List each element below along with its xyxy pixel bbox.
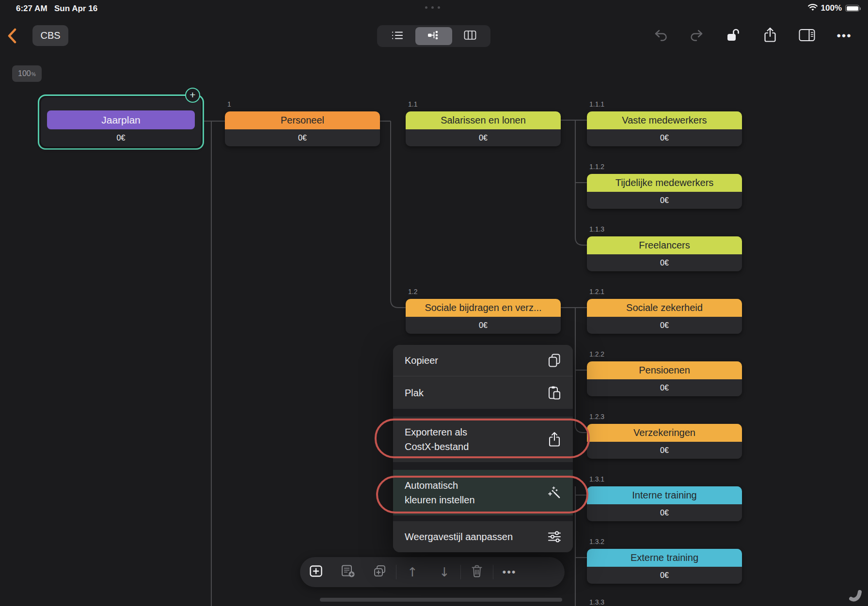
delete-button[interactable] (461, 564, 493, 580)
trash-icon (471, 564, 483, 580)
add-child-node-button[interactable]: + (185, 88, 200, 103)
node-number: 1.1.3 (589, 225, 604, 233)
bottom-toolbar: ↑ ↓ ••• (300, 557, 565, 587)
sliders-icon (547, 530, 562, 543)
node-interne-training[interactable]: 1.3.1 Interne training 0€ (587, 486, 742, 521)
node-number: 1.3.2 (589, 538, 604, 545)
node-number: 1.1.2 (589, 163, 604, 171)
node-number: 1.1 (408, 100, 417, 108)
menu-item-kopieer[interactable]: Kopieer (393, 345, 573, 376)
arrow-up-icon: ↑ (407, 565, 418, 579)
node-value: 0€ (406, 129, 561, 146)
add-node-button[interactable] (300, 564, 332, 580)
node-value: 0€ (587, 254, 742, 271)
copy-icon (547, 353, 562, 368)
node-verzekeringen[interactable]: 1.2.3 Verzekeringen 0€ (587, 424, 742, 459)
ellipsis-icon: ••• (502, 566, 516, 578)
node-number: 1.2.2 (589, 350, 604, 358)
toolbar-more-button[interactable]: ••• (493, 566, 525, 578)
node-number: 1.2.3 (589, 413, 604, 420)
node-sociale-bijdragen[interactable]: 1.2 Sociale bijdragen en verz... 0€ (406, 299, 561, 334)
node-value: 0€ (587, 317, 742, 334)
node-number: 1.3.1 (589, 475, 604, 483)
node-value: 0€ (587, 379, 742, 396)
node-value: 0€ (587, 567, 742, 584)
node-title-bar: Pensioenen (587, 361, 742, 379)
node-title-bar: Freelancers (587, 236, 742, 254)
horizontal-scrollbar[interactable] (320, 598, 562, 602)
menu-label: Plak (405, 386, 547, 400)
node-title-bar: Jaarplan (47, 110, 195, 129)
node-salarissen[interactable]: 1.1 Salarissen en lonen 0€ (406, 111, 561, 146)
menu-label: Kopieer (405, 353, 547, 368)
move-up-button[interactable]: ↑ (396, 565, 428, 579)
node-pensioenen[interactable]: 1.2.2 Pensioenen 0€ (587, 361, 742, 396)
node-title-bar: Salarissen en lonen (406, 111, 561, 129)
duplicate-add-icon (373, 564, 387, 580)
paste-icon (547, 386, 562, 400)
node-value: 0€ (406, 317, 561, 334)
arrow-down-icon: ↓ (439, 565, 450, 579)
node-title-bar: Personeel (225, 111, 380, 129)
menu-item-plak[interactable]: Plak (393, 376, 573, 409)
app-window: 6:27 AM Sun Apr 16 100% CBS (0, 0, 868, 606)
node-sociale-zekerheid[interactable]: 1.2.1 Sociale zekerheid 0€ (587, 299, 742, 334)
node-value: 0€ (587, 192, 742, 209)
node-title-bar: Vaste medewerkers (587, 111, 742, 129)
node-vaste-medewerkers[interactable]: 1.1.1 Vaste medewerkers 0€ (587, 111, 742, 146)
node-value: 0€ (587, 442, 742, 459)
node-title-bar: Sociale bijdragen en verz... (406, 299, 561, 317)
annotation-automatisch (376, 476, 588, 513)
node-title-bar: Sociale zekerheid (587, 299, 742, 317)
node-freelancers[interactable]: 1.1.3 Freelancers 0€ (587, 236, 742, 271)
menu-section-gap (393, 462, 573, 470)
move-down-button[interactable]: ↓ (428, 565, 460, 579)
node-value: 0€ (225, 129, 380, 146)
node-value: 0€ (41, 129, 201, 147)
add-square-icon (309, 564, 323, 580)
node-title-bar: Externe training (587, 549, 742, 567)
node-value: 0€ (587, 129, 742, 146)
node-tijdelijke-medewerkers[interactable]: 1.1.2 Tijdelijke medewerkers 0€ (587, 174, 742, 209)
node-number: 1.1.1 (589, 100, 604, 108)
annotation-exporteren (375, 419, 590, 458)
node-title-bar: Tijdelijke medewerkers (587, 174, 742, 192)
menu-item-weergavestijl[interactable]: Weergavestijl aanpassen (393, 521, 573, 552)
node-personeel[interactable]: 1 Personeel 0€ (225, 111, 380, 146)
node-externe-training[interactable]: 1.3.2 Externe training 0€ (587, 549, 742, 584)
node-value: 0€ (587, 504, 742, 521)
menu-section-gap (393, 409, 573, 417)
node-jaarplan[interactable]: Jaarplan 0€ (41, 97, 201, 147)
menu-section-gap (393, 515, 573, 521)
node-number: 1.2 (408, 288, 417, 295)
node-title-bar: Interne training (587, 486, 742, 504)
corner-gesture-arc-icon (849, 587, 864, 605)
add-detail-button[interactable] (332, 564, 364, 580)
document-add-icon (341, 564, 355, 580)
duplicate-button[interactable] (364, 564, 396, 580)
node-title-bar: Verzekeringen (587, 424, 742, 442)
menu-label: Weergavestijl aanpassen (405, 529, 547, 544)
node-number: 1.2.1 (589, 288, 604, 295)
node-number-1-3-3: 1.3.3 (589, 598, 604, 606)
node-number: 1 (227, 100, 231, 108)
